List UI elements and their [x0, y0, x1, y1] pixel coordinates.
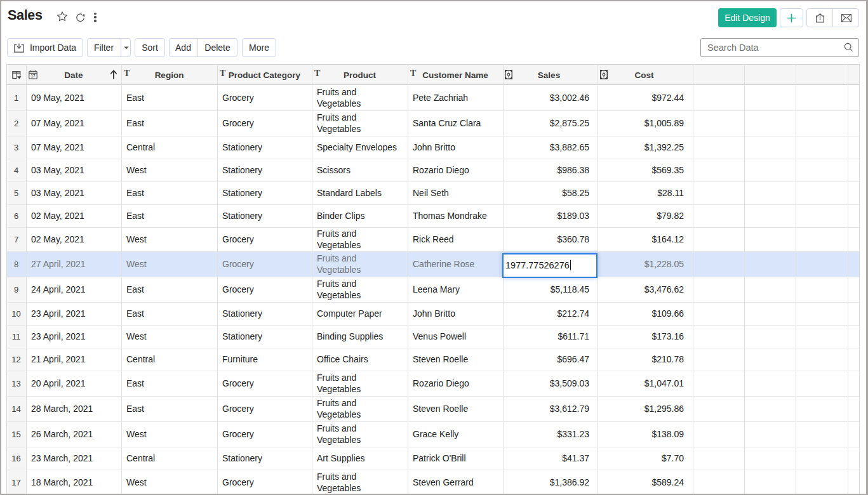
svg-text:17: 17	[30, 74, 36, 78]
